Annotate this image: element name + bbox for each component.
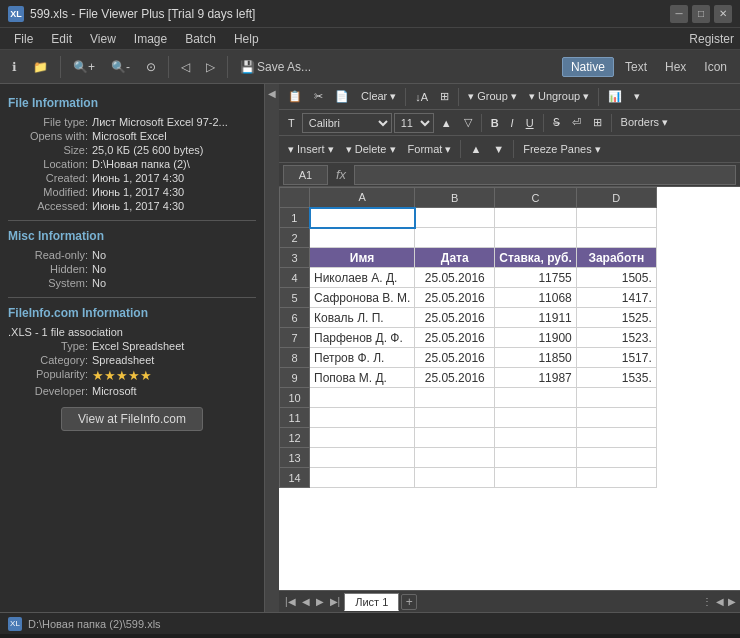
list-item[interactable]: 11987 [495,368,577,388]
list-item[interactable] [495,208,577,228]
copy-button[interactable]: 📄 [330,88,354,105]
icon-view-button[interactable]: Icon [697,57,734,77]
list-item[interactable] [576,208,656,228]
list-item[interactable] [415,388,495,408]
list-item[interactable]: 25.05.2016 [415,328,495,348]
list-item[interactable]: 25.05.2016 [415,308,495,328]
group-button[interactable]: ▾ Group ▾ [463,88,522,105]
list-item[interactable] [415,208,495,228]
list-item[interactable]: 11755 [495,268,577,288]
grid-container[interactable]: A B C D 123ИмяДатаСтавка, руб.Заработн4Н… [279,187,740,590]
list-item[interactable] [415,428,495,448]
list-item[interactable] [495,388,577,408]
italic-button[interactable]: I [506,115,519,131]
menu-image[interactable]: Image [126,30,175,48]
list-item[interactable] [415,408,495,428]
font-size-select[interactable]: 11 [394,113,434,133]
underline-button[interactable]: U [521,115,539,131]
zoom-in-button[interactable]: 🔍+ [67,57,101,77]
info-button[interactable]: ℹ [6,57,23,77]
minimize-button[interactable]: ─ [670,5,688,23]
next-button[interactable]: ▷ [200,57,221,77]
list-item[interactable]: 11911 [495,308,577,328]
list-item[interactable] [310,388,415,408]
list-item[interactable] [576,448,656,468]
increase-font-button[interactable]: ▲ [436,115,457,131]
list-item[interactable]: Ставка, руб. [495,248,577,268]
bold-button[interactable]: B [486,115,504,131]
text-view-button[interactable]: Text [618,57,654,77]
merge-button[interactable]: ⊞ [588,114,607,131]
list-item[interactable] [576,408,656,428]
strikethrough-button[interactable]: S̶ [548,114,565,131]
list-item[interactable]: Заработн [576,248,656,268]
borders-button[interactable]: Borders ▾ [616,114,674,131]
list-item[interactable]: Парфенов Д. Ф. [310,328,415,348]
clear-button[interactable]: Clear ▾ [356,88,401,105]
list-item[interactable]: 11900 [495,328,577,348]
list-item[interactable] [310,228,415,248]
more-button[interactable]: ▾ [629,88,645,105]
format-button[interactable]: Format ▾ [403,141,457,158]
list-item[interactable]: 25.05.2016 [415,368,495,388]
freeze-panes-button[interactable]: Freeze Panes ▾ [518,141,606,158]
native-view-button[interactable]: Native [562,57,614,77]
hex-view-button[interactable]: Hex [658,57,693,77]
list-item[interactable]: 1535. [576,368,656,388]
cell-reference-input[interactable]: A1 [283,165,328,185]
scroll-left-button[interactable]: ⋮ [702,596,712,607]
move-up-button[interactable]: ▲ [465,141,486,157]
menu-view[interactable]: View [82,30,124,48]
insert-button[interactable]: ▾ Insert ▾ [283,141,339,158]
list-item[interactable] [576,228,656,248]
list-item[interactable] [495,428,577,448]
sidebar-collapse-button[interactable]: ◀ [265,84,279,612]
list-item[interactable] [495,468,577,488]
decrease-font-button[interactable]: ▽ [459,114,477,131]
scroll-right2-button[interactable]: ▶ [728,596,736,607]
menu-help[interactable]: Help [226,30,267,48]
prev-button[interactable]: ◁ [175,57,196,77]
list-item[interactable] [576,388,656,408]
menu-file[interactable]: File [6,30,41,48]
cut-button[interactable]: ✂ [309,88,328,105]
list-item[interactable]: 25.05.2016 [415,288,495,308]
move-down-button[interactable]: ▼ [488,141,509,157]
list-item[interactable]: Попова М. Д. [310,368,415,388]
list-item[interactable] [495,448,577,468]
list-item[interactable]: 1523. [576,328,656,348]
sheet-last-button[interactable]: ▶| [328,593,343,611]
open-button[interactable]: 📁 [27,57,54,77]
list-item[interactable] [415,448,495,468]
list-item[interactable] [310,448,415,468]
list-item[interactable] [495,408,577,428]
zoom-fit-button[interactable]: ⊙ [140,57,162,77]
list-item[interactable] [310,408,415,428]
ungroup-button[interactable]: ▾ Ungroup ▾ [524,88,594,105]
list-item[interactable]: 11850 [495,348,577,368]
sheet-first-button[interactable]: |◀ [283,593,298,611]
list-item[interactable] [495,228,577,248]
sheet-prev-button[interactable]: ◀ [300,593,312,611]
list-item[interactable] [576,468,656,488]
list-item[interactable] [415,468,495,488]
menu-batch[interactable]: Batch [177,30,224,48]
list-item[interactable]: Коваль Л. П. [310,308,415,328]
list-item[interactable]: 1505. [576,268,656,288]
list-item[interactable]: 1517. [576,348,656,368]
list-item[interactable] [415,228,495,248]
maximize-button[interactable]: □ [692,5,710,23]
list-item[interactable] [310,428,415,448]
list-item[interactable]: Дата [415,248,495,268]
paste-button[interactable]: 📋 [283,88,307,105]
save-as-button[interactable]: 💾 Save As... [234,57,317,77]
chart-button[interactable]: 📊 [603,88,627,105]
register-link[interactable]: Register [689,32,734,46]
menu-edit[interactable]: Edit [43,30,80,48]
wrap-button[interactable]: ⏎ [567,114,586,131]
close-button[interactable]: ✕ [714,5,732,23]
scroll-right-button[interactable]: ◀ [716,596,724,607]
list-item[interactable] [310,208,415,228]
list-item[interactable]: Имя [310,248,415,268]
list-item[interactable]: 25.05.2016 [415,268,495,288]
